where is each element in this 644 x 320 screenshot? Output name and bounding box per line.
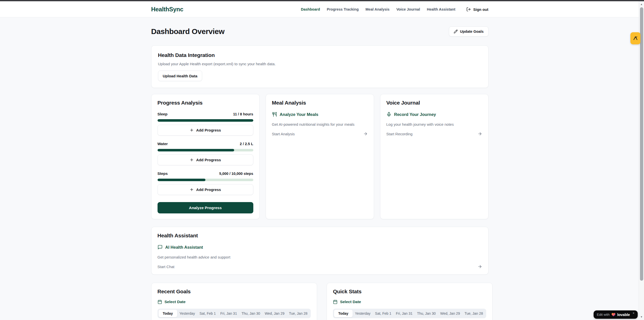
voice-journal-card: Voice Journal Record Your Journey Log yo… [380,94,488,219]
arrow-right-icon[interactable] [478,132,482,136]
tab-sat-feb-1[interactable]: Sat, Feb 1 [197,310,218,317]
arrow-right-icon[interactable] [363,132,368,136]
recent-goals-date-tabs: Today Yesterday Sat, Feb 1 Fri, Jan 31 T… [158,309,311,318]
sign-out-label: Sign out [473,7,488,12]
add-progress-sleep-button[interactable]: Add Progress [158,125,253,136]
metric-steps: Steps 5,000 / 10,000 steps Add Progress [158,171,253,195]
sign-out-button[interactable]: Sign out [466,7,488,12]
add-progress-water-button[interactable]: Add Progress [158,154,253,165]
scrollbar-thumb[interactable] [640,7,643,281]
edit-with-lovable-badge[interactable]: Edit with lovable × [594,310,638,319]
tab-thu-jan-30[interactable]: Thu, Jan 30 [239,310,262,317]
side-extension-badge[interactable] [630,32,640,44]
quick-stats-select-date[interactable]: Select Date [333,300,486,304]
app-header: HealthSync Dashboard Progress Tracking M… [0,1,644,17]
tab-wed-jan-29[interactable]: Wed, Jan 29 [262,310,287,317]
record-your-journey-link[interactable]: Record Your Journey [386,112,482,117]
recent-goals-card: Recent Goals Select Date Today Yesterday… [151,283,317,320]
nav-item-health-assistant[interactable]: Health Assistant [427,7,455,11]
tab-sat-feb-1[interactable]: Sat, Feb 1 [373,310,394,317]
start-chat-link[interactable]: Start Chat [158,265,175,269]
integration-description: Upload your Apple Health export (export.… [158,62,482,66]
pencil-icon [454,29,458,34]
health-assistant-card: Health Assistant AI Health Assistant Get… [151,227,488,275]
metric-water: Water 2 / 2.5 L Add Progress [158,142,253,165]
integration-title: Health Data Integration [158,52,482,58]
scrollbar-down-arrow[interactable]: ▼ [639,314,644,319]
a-glyph-icon [633,36,638,41]
health-assistant-title: Health Assistant [158,233,482,239]
start-recording-link[interactable]: Start Recording [386,132,413,136]
steps-progress-bar [158,179,253,181]
analyze-your-meals-link[interactable]: Analyze Your Meals [272,112,368,117]
main-nav: Dashboard Progress Tracking Meal Analysi… [301,7,488,12]
tab-wed-jan-29[interactable]: Wed, Jan 29 [438,310,462,317]
calendar-icon [158,300,162,304]
tab-tue-jan-28[interactable]: Tue, Jan 28 [287,310,310,317]
arrow-right-icon[interactable] [478,264,482,269]
health-data-integration-card: Health Data Integration Upload your Appl… [151,45,488,88]
quick-stats-title: Quick Stats [333,289,486,295]
metric-sleep: Sleep 11 / 8 hours Add Progress [158,112,253,136]
progress-analysis-title: Progress Analysis [158,100,253,106]
quick-stats-card: Quick Stats Select Date Today Yesterday … [327,283,493,320]
chat-bubble-icon [158,245,163,250]
scrollbar-up-arrow[interactable]: ▲ [639,2,644,6]
nav-item-voice-journal[interactable]: Voice Journal [396,7,420,11]
add-progress-steps-button[interactable]: Add Progress [158,184,253,195]
plus-icon [190,158,194,162]
tab-fri-jan-31[interactable]: Fri, Jan 31 [218,310,239,317]
plus-icon [190,187,194,192]
tab-yesterday[interactable]: Yesterday [177,310,197,317]
nav-item-progress-tracking[interactable]: Progress Tracking [327,7,359,11]
page-title: Dashboard Overview [151,27,225,36]
assistant-description: Get personalized health advice and suppo… [158,255,482,259]
ai-health-assistant-link[interactable]: AI Health Assistant [158,245,482,250]
tab-fri-jan-31[interactable]: Fri, Jan 31 [393,310,415,317]
analyze-progress-button[interactable]: Analyze Progress [158,202,253,213]
tab-today[interactable]: Today [159,310,177,317]
plus-icon [190,128,194,132]
browser-scrollbar[interactable]: ▲ ▼ [639,1,644,320]
meal-analysis-card: Meal Analysis Analyze Your Meals Get AI-… [266,94,374,219]
lovable-brand-label: lovable [617,312,630,317]
utensils-icon [272,112,277,117]
nav-item-meal-analysis[interactable]: Meal Analysis [365,7,389,11]
tab-thu-jan-30[interactable]: Thu, Jan 30 [415,310,438,317]
sleep-progress-bar [158,119,253,122]
heart-icon [611,313,616,316]
voice-journal-title: Voice Journal [386,100,482,106]
nav-item-dashboard[interactable]: Dashboard [301,7,320,11]
logout-icon [466,7,471,12]
water-progress-bar [158,149,253,151]
tab-tue-jan-28[interactable]: Tue, Jan 28 [462,310,485,317]
main-content: Dashboard Overview Update Goals Health D… [151,17,488,320]
tab-today[interactable]: Today [334,310,353,317]
quick-stats-date-tabs: Today Yesterday Sat, Feb 1 Fri, Jan 31 T… [333,309,486,318]
app-logo[interactable]: HealthSync [151,6,183,13]
meal-analysis-title: Meal Analysis [272,100,368,106]
voice-description: Log your health journey with voice notes [386,122,482,126]
recent-goals-title: Recent Goals [158,289,311,295]
microphone-icon [386,112,391,117]
tab-yesterday[interactable]: Yesterday [353,310,373,317]
badge-close-icon[interactable]: × [633,311,634,315]
calendar-icon [333,300,338,304]
update-goals-button[interactable]: Update Goals [449,26,488,37]
progress-analysis-card: Progress Analysis Sleep 11 / 8 hours Add… [151,94,260,219]
start-analysis-link[interactable]: Start Analysis [272,132,295,136]
meal-description: Get AI-powered nutritional insights for … [272,122,368,126]
recent-goals-select-date[interactable]: Select Date [158,300,311,304]
edit-with-label: Edit with [597,313,610,316]
upload-health-data-button[interactable]: Upload Health Data [158,71,202,81]
